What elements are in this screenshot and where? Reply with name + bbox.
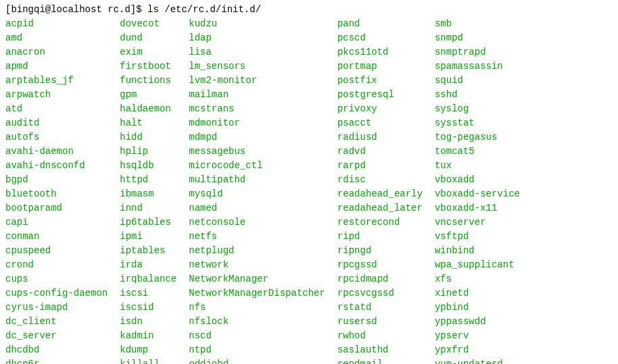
file-entry: tux — [435, 159, 520, 173]
file-entry: ripngd — [337, 244, 423, 258]
file-entry: ldap — [189, 31, 325, 45]
file-entry: ypserv — [435, 329, 520, 343]
file-entry: smb — [435, 17, 520, 31]
file-entry: atd — [5, 102, 108, 116]
file-entry: crond — [5, 258, 108, 272]
ls-column-1: dovecotdundeximfirstbootfunctionsgpmhald… — [120, 17, 189, 364]
file-entry: nfs — [189, 301, 325, 315]
file-entry: cpuspeed — [5, 244, 108, 258]
file-entry: psacct — [337, 116, 423, 130]
file-entry: haldaemon — [120, 102, 176, 116]
file-entry: arpwatch — [5, 88, 108, 102]
file-entry: dund — [120, 31, 176, 45]
file-entry: lm_sensors — [189, 59, 325, 74]
file-entry: rusersd — [337, 315, 423, 329]
file-entry: netplugd — [189, 244, 325, 258]
file-entry: restorecond — [337, 215, 423, 230]
file-entry: dhcp6r — [5, 357, 108, 364]
file-entry: iptables — [120, 244, 176, 258]
file-entry: isdn — [120, 315, 176, 329]
file-entry: snmpd — [435, 31, 520, 45]
file-entry: postfix — [337, 74, 423, 88]
file-entry: dc_client — [5, 315, 108, 329]
file-entry: rpcidmapd — [337, 272, 423, 286]
file-entry: avahi-daemon — [5, 145, 108, 159]
file-entry: ypxfrd — [435, 343, 520, 357]
file-entry: bluetooth — [5, 187, 108, 201]
file-entry: ibmasm — [120, 187, 176, 201]
file-entry: anacron — [5, 45, 108, 59]
file-entry: cups-config-daemon — [5, 286, 108, 301]
file-entry: vboxadd-x11 — [435, 201, 520, 215]
file-entry: pkcs11otd — [337, 45, 423, 59]
ls-column-0: acpidamdanacronapmdarptables_jfarpwatcha… — [5, 17, 120, 364]
file-entry: yppasswdd — [435, 315, 520, 329]
file-entry: NetworkManagerDispatcher — [189, 286, 325, 301]
file-entry: xfs — [435, 272, 520, 286]
file-entry: nscd — [189, 329, 325, 343]
file-entry: avahi-dnsconfd — [5, 159, 108, 173]
file-entry: dc_server — [5, 329, 108, 343]
file-entry: wpa_supplicant — [435, 258, 520, 272]
file-entry: NetworkManager — [189, 272, 325, 286]
file-entry: nfslock — [189, 315, 325, 329]
file-entry: multipathd — [189, 173, 325, 187]
file-entry: killall — [120, 357, 176, 364]
file-entry: kdump — [120, 343, 176, 357]
file-entry: pcscd — [337, 31, 423, 45]
file-entry: ypbind — [435, 301, 520, 315]
file-entry: mailman — [189, 88, 325, 102]
file-entry: pand — [337, 17, 423, 31]
file-entry: lisa — [189, 45, 325, 59]
file-entry: readahead_early — [337, 187, 423, 201]
file-entry: lvm2-monitor — [189, 74, 325, 88]
file-entry: conman — [5, 230, 108, 244]
file-entry: snmptrapd — [435, 45, 520, 59]
file-entry: bootparamd — [5, 201, 108, 215]
prompt-command: ls /etc/rc.d/init.d/ — [147, 4, 261, 15]
file-entry: rwhod — [337, 329, 423, 343]
file-entry: spamassassin — [435, 59, 520, 74]
file-entry: httpd — [120, 173, 176, 187]
file-entry: mcstrans — [189, 102, 325, 116]
file-entry: mdmonitor — [189, 116, 325, 130]
file-entry: cups — [5, 272, 108, 286]
file-entry: privoxy — [337, 102, 423, 116]
file-entry: mysqld — [189, 187, 325, 201]
file-entry: vboxadd-service — [435, 187, 520, 201]
file-entry: irqbalance — [120, 272, 176, 286]
file-entry: acpid — [5, 17, 108, 31]
file-entry: firstboot — [120, 59, 176, 74]
file-entry: dovecot — [120, 17, 176, 31]
file-entry: ip6tables — [120, 215, 176, 230]
file-entry: saslauthd — [337, 343, 423, 357]
file-entry: microcode_ctl — [189, 159, 325, 173]
file-entry: auditd — [5, 116, 108, 130]
file-entry: mdmpd — [189, 130, 325, 145]
file-entry: hidd — [120, 130, 176, 145]
file-entry: messagebus — [189, 145, 325, 159]
file-entry: rstatd — [337, 301, 423, 315]
prompt-userhost: [bingqi@localhost rc.d]$ — [5, 4, 142, 15]
ls-column-2: kudzuldaplisalm_sensorslvm2-monitormailm… — [189, 17, 337, 364]
file-entry: arptables_jf — [5, 74, 108, 88]
file-entry: readahead_later — [337, 201, 423, 215]
ls-output: acpidamdanacronapmdarptables_jfarpwatcha… — [5, 17, 613, 364]
file-entry: radiusd — [337, 130, 423, 145]
file-entry: postgresql — [337, 88, 423, 102]
file-entry: apmd — [5, 59, 108, 74]
file-entry: named — [189, 201, 325, 215]
file-entry: dhcdbd — [5, 343, 108, 357]
file-entry: winbind — [435, 244, 520, 258]
file-entry: network — [189, 258, 325, 272]
file-entry: sshd — [435, 88, 520, 102]
file-entry: cyrus-imapd — [5, 301, 108, 315]
file-entry: gpm — [120, 88, 176, 102]
file-entry: innd — [120, 201, 176, 215]
file-entry: yum-updatesd — [435, 357, 520, 364]
file-entry: rarpd — [337, 159, 423, 173]
file-entry: sendmail — [337, 357, 423, 364]
file-entry: ipmi — [120, 230, 176, 244]
file-entry: vboxadd — [435, 173, 520, 187]
file-entry: ripd — [337, 230, 423, 244]
